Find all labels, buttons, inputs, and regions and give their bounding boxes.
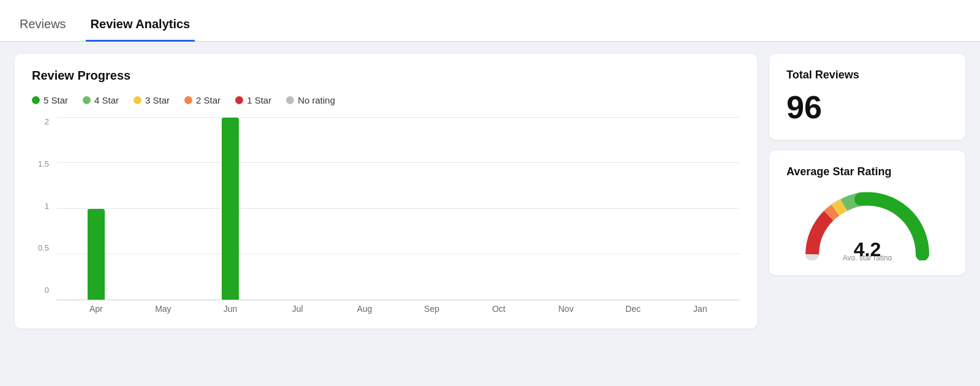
bar-jun: [222, 118, 239, 300]
gauge-chart: 4.2 Avg. star rating: [800, 187, 935, 260]
legend-1star: 1 Star: [235, 95, 271, 105]
svg-text:Avg. star rating: Avg. star rating: [843, 254, 892, 260]
legend-3star: 3 Star: [134, 95, 170, 105]
bar-apr: [88, 209, 105, 300]
average-rating-card: Average Star Rating: [769, 151, 965, 275]
x-label-oct: Oct: [466, 304, 533, 314]
bar-group-dec: [600, 118, 667, 300]
legend-label-4star: 4 Star: [94, 95, 119, 105]
chart-inner: Apr May Jun Jul Aug Sep Oct Nov Dec Jan: [56, 118, 740, 314]
legend-dot-4star: [83, 96, 91, 104]
bar-group-sep: [398, 118, 466, 300]
legend-label-2star: 2 Star: [196, 95, 221, 105]
review-progress-panel: Review Progress 5 Star 4 Star 3 Star 2 S…: [15, 54, 757, 328]
legend-dot-3star: [134, 96, 141, 104]
legend-norating: No rating: [286, 95, 335, 105]
bar-group-jan: [666, 118, 734, 300]
grid-lines: [56, 118, 740, 300]
legend-label-1star: 1 Star: [247, 95, 271, 105]
tab-reviews[interactable]: Reviews: [15, 7, 71, 42]
bar-group-may: [130, 118, 197, 300]
x-label-apr: Apr: [62, 304, 130, 314]
x-label-jun: Jun: [197, 304, 264, 314]
total-reviews-card: Total Reviews 96: [769, 54, 965, 140]
total-reviews-title: Total Reviews: [786, 69, 948, 81]
chart-legend: 5 Star 4 Star 3 Star 2 Star 1 Star No ra…: [32, 95, 740, 105]
right-panels: Total Reviews 96 Average Star Rating: [769, 54, 965, 328]
x-axis: Apr May Jun Jul Aug Sep Oct Nov Dec Jan: [56, 304, 740, 314]
average-rating-title: Average Star Rating: [786, 165, 948, 178]
legend-5star: 5 Star: [32, 95, 68, 105]
bar-group-jul: [264, 118, 331, 300]
x-label-may: May: [130, 304, 197, 314]
legend-2star: 2 Star: [184, 95, 221, 105]
bar-group-nov: [532, 118, 600, 300]
bar-group-jun: [197, 118, 264, 300]
total-reviews-value: 96: [786, 90, 948, 125]
x-label-aug: Aug: [331, 304, 398, 314]
legend-label-norating: No rating: [298, 95, 335, 105]
legend-label-3star: 3 Star: [145, 95, 170, 105]
x-label-dec: Dec: [600, 304, 667, 314]
x-label-sep: Sep: [398, 304, 466, 314]
legend-dot-norating: [286, 96, 294, 104]
x-label-nov: Nov: [532, 304, 600, 314]
legend-dot-1star: [235, 96, 243, 104]
bar-group-apr: [62, 118, 130, 300]
tab-review-analytics[interactable]: Review Analytics: [86, 7, 195, 42]
x-label-jan: Jan: [666, 304, 734, 314]
y-label-15: 1.5: [32, 160, 49, 168]
legend-dot-2star: [184, 96, 192, 104]
bar-chart: 0 0.5 1 1.5 2: [32, 118, 740, 314]
review-progress-title: Review Progress: [32, 69, 740, 83]
legend-4star: 4 Star: [83, 95, 119, 105]
y-label-1: 1: [32, 202, 49, 210]
legend-dot-5star: [32, 96, 40, 104]
bar-group-oct: [466, 118, 533, 300]
legend-label-5star: 5 Star: [43, 95, 68, 105]
y-label-05: 0.5: [32, 244, 49, 252]
y-label-0: 0: [32, 286, 49, 294]
bars-container: [56, 118, 740, 300]
main-content: Review Progress 5 Star 4 Star 3 Star 2 S…: [0, 42, 980, 341]
tab-bar: Reviews Review Analytics: [0, 0, 980, 42]
y-axis: 0 0.5 1 1.5 2: [32, 118, 56, 314]
bar-group-aug: [331, 118, 398, 300]
x-label-jul: Jul: [264, 304, 331, 314]
y-label-2: 2: [32, 118, 49, 126]
gauge-container: 4.2 Avg. star rating: [786, 187, 948, 260]
